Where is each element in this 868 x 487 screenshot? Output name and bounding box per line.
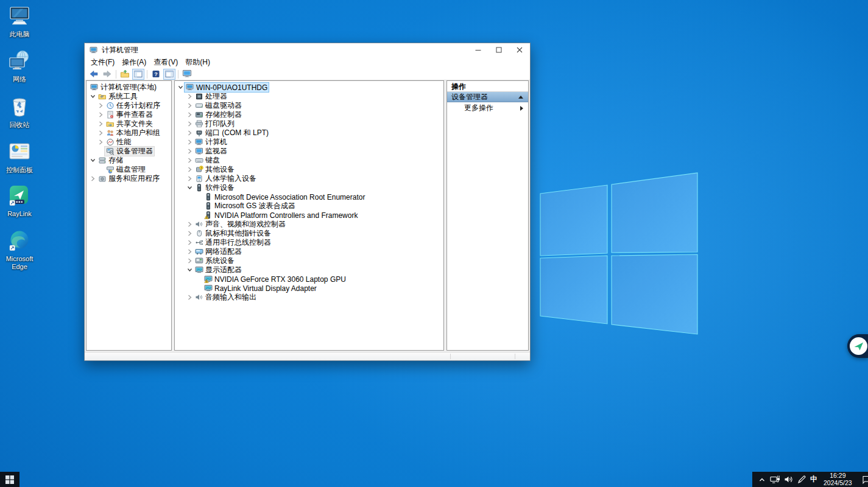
expand-chevron-icon[interactable] [186,247,194,256]
device-tree-item[interactable]: 软件设备 [175,183,443,192]
expand-chevron-icon[interactable] [186,110,194,119]
windows-ink-tray-icon[interactable] [797,475,806,484]
device-tree-item[interactable]: 通用串行总线控制器 [175,238,443,247]
help-button[interactable]: ? [150,69,162,80]
hidden-icons-chevron[interactable] [758,475,766,484]
device-tree-item[interactable]: 监视器 [175,147,443,156]
device-tree-item[interactable]: 系统设备 [175,256,443,265]
device-tree-item[interactable]: 端口 (COM 和 LPT) [175,128,443,138]
device-tree-item[interactable]: 计算机 [175,138,443,147]
expand-chevron-icon[interactable] [186,128,194,138]
expand-chevron-icon[interactable] [186,156,194,165]
expand-chevron-icon[interactable] [186,229,194,238]
expand-chevron-icon[interactable] [186,119,194,128]
expand-chevron-icon[interactable] [186,293,194,302]
title-bar[interactable]: 计算机管理 [85,43,530,57]
desktop-icon-edge[interactable]: Microsoft Edge [0,229,39,271]
forward-button[interactable] [101,69,113,80]
collapse-chevron-icon[interactable] [89,92,97,101]
expand-chevron-icon[interactable] [97,101,105,110]
device-tree-item[interactable]: 打印队列 [175,119,443,128]
start-button[interactable] [0,472,19,487]
device-tree-item[interactable]: RayLink Virtual Display Adapter [175,284,443,293]
device-tree-item[interactable]: 声音、视频和游戏控制器 [175,220,443,229]
expand-chevron-icon[interactable] [186,165,194,174]
console-tree-item[interactable]: 本地用户和组 [86,128,171,138]
device-tree-item[interactable]: 键盘 [175,156,443,165]
desktop-icon-recycle[interactable]: 回收站 [0,96,39,129]
actions-group-device-manager[interactable]: 设备管理器 [447,92,528,102]
expand-chevron-icon[interactable] [186,238,194,247]
expand-chevron-icon[interactable] [186,220,194,229]
desktop-icon-controlpanel[interactable]: 控制面板 [0,141,39,174]
expand-chevron-icon[interactable] [186,147,194,156]
device-tree-item[interactable]: 处理器 [175,92,443,101]
tools-icon [98,93,107,100]
device-tree-item[interactable]: 人体学输入设备 [175,174,443,183]
console-tree-item[interactable]: 任务计划程序 [86,101,171,110]
expand-chevron-icon[interactable] [186,92,194,101]
action-center-icon[interactable] [862,475,868,484]
desktop-icon-network[interactable]: 网络 [0,50,39,83]
collapse-chevron-icon[interactable] [89,156,97,165]
device-tree-item[interactable]: 磁盘驱动器 [175,101,443,110]
collapse-chevron-icon[interactable] [186,183,194,192]
console-tree-item[interactable]: 计算机管理(本地) [86,83,171,92]
expand-chevron-icon[interactable] [89,174,97,183]
collapse-chevron-icon[interactable] [186,265,194,275]
desktop-icon-label: 控制面板 [6,166,33,174]
console-tree-item[interactable]: 系统工具 [86,92,171,101]
console-tree-item[interactable]: 事件查看器 [86,110,171,119]
collapse-chevron-icon[interactable] [177,83,185,92]
hid-icon [195,175,203,183]
sysdev-icon [195,257,203,265]
expand-chevron-icon[interactable] [186,101,194,110]
device-tree-item[interactable]: 网络适配器 [175,247,443,256]
show-hide-console-tree-button[interactable] [132,69,144,80]
menu-view[interactable]: 查看(V) [150,56,182,69]
console-tree-item[interactable]: 性能 [86,138,171,147]
device-properties-button[interactable] [181,69,193,80]
ime-indicator[interactable]: 中 [810,474,817,485]
menu-file[interactable]: 文件(F) [87,56,118,69]
expand-chevron-icon[interactable] [97,110,105,119]
menu-help[interactable]: 帮助(H) [182,56,214,69]
console-tree-item[interactable]: 设备管理器 [86,147,171,156]
volume-tray-icon[interactable] [784,475,793,484]
device-tree-item[interactable]: 鼠标和其他指针设备 [175,229,443,238]
device-tree-item[interactable]: 其他设备 [175,165,443,174]
console-tree-item[interactable]: 共享文件夹 [86,119,171,128]
taskbar-clock[interactable]: 16:29 2024/5/23 [824,472,852,486]
expand-chevron-icon[interactable] [186,138,194,147]
raylink-floating-button[interactable] [847,334,868,358]
expand-chevron-icon[interactable] [97,119,105,128]
desktop-icon-raylink[interactable]: RayLink [0,184,39,218]
device-tree-item[interactable]: 音频输入和输出 [175,293,443,302]
device-tree-item[interactable]: Microsoft Device Association Root Enumer… [175,192,443,201]
desktop-icon-thispc[interactable]: 此电脑 [0,5,39,38]
collapse-icon[interactable] [518,96,523,99]
expand-chevron-icon[interactable] [97,128,105,138]
expand-chevron-icon[interactable] [97,138,105,147]
menu-action[interactable]: 操作(A) [118,56,150,69]
back-button[interactable] [88,69,100,80]
expand-chevron-icon[interactable] [186,174,194,183]
network-tray-icon[interactable] [770,475,780,484]
tree-item-label: 服务和应用程序 [108,173,160,184]
device-tree-item[interactable]: Microsoft GS 波表合成器 [175,201,443,211]
maximize-button[interactable] [489,43,509,57]
more-actions-item[interactable]: 更多操作 [447,102,528,114]
device-tree-item[interactable]: 存储控制器 [175,110,443,119]
console-tree-item[interactable]: 磁盘管理 [86,165,171,174]
device-tree-item[interactable]: WIN-0PUAO1UTHDG [175,83,443,92]
show-hide-action-pane-button[interactable] [163,69,175,80]
close-button[interactable] [509,43,530,57]
device-tree-item[interactable]: 显示适配器 [175,265,443,275]
expand-chevron-icon[interactable] [186,256,194,265]
device-tree-item[interactable]: NVIDIA Platform Controllers and Framewor… [175,211,443,220]
minimize-button[interactable] [468,43,489,57]
up-level-button[interactable] [119,69,131,80]
console-tree-item[interactable]: 存储 [86,156,171,165]
console-tree-item[interactable]: 服务和应用程序 [86,174,171,183]
device-tree-item[interactable]: NVIDIA GeForce RTX 3060 Laptop GPU [175,275,443,284]
